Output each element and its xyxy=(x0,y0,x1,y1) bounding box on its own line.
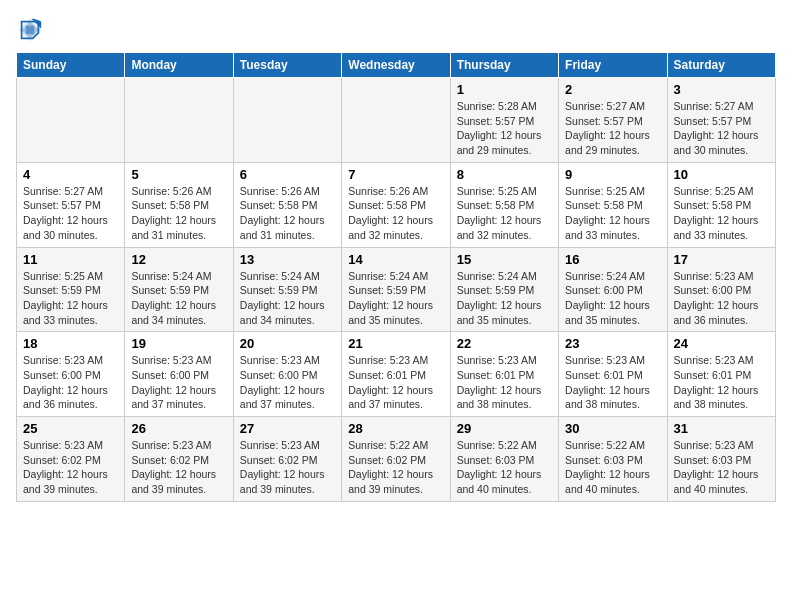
cell-text: Sunset: 5:57 PM xyxy=(565,114,660,129)
day-number: 1 xyxy=(457,82,552,97)
cell-text: and 39 minutes. xyxy=(348,482,443,497)
cell-text: and 40 minutes. xyxy=(674,482,769,497)
cell-text: Sunrise: 5:23 AM xyxy=(674,269,769,284)
cell-text: Sunset: 5:58 PM xyxy=(348,198,443,213)
cell-text: and 33 minutes. xyxy=(674,228,769,243)
cell-text: Daylight: 12 hours xyxy=(674,383,769,398)
cell-text: Sunset: 6:03 PM xyxy=(565,453,660,468)
cell-text: Daylight: 12 hours xyxy=(348,213,443,228)
calendar-cell: 7Sunrise: 5:26 AMSunset: 5:58 PMDaylight… xyxy=(342,162,450,247)
day-number: 13 xyxy=(240,252,335,267)
calendar-cell: 14Sunrise: 5:24 AMSunset: 5:59 PMDayligh… xyxy=(342,247,450,332)
day-number: 2 xyxy=(565,82,660,97)
cell-text: Daylight: 12 hours xyxy=(674,298,769,313)
cell-text: Sunset: 6:03 PM xyxy=(457,453,552,468)
cell-text: Sunset: 5:59 PM xyxy=(131,283,226,298)
calendar-cell: 17Sunrise: 5:23 AMSunset: 6:00 PMDayligh… xyxy=(667,247,775,332)
cell-text: and 39 minutes. xyxy=(240,482,335,497)
cell-text: Daylight: 12 hours xyxy=(457,128,552,143)
calendar-cell xyxy=(342,78,450,163)
calendar-cell xyxy=(17,78,125,163)
weekday-header-monday: Monday xyxy=(125,53,233,78)
cell-text: Sunrise: 5:22 AM xyxy=(565,438,660,453)
cell-text: Sunrise: 5:24 AM xyxy=(131,269,226,284)
cell-text: and 38 minutes. xyxy=(457,397,552,412)
day-number: 31 xyxy=(674,421,769,436)
cell-text: Daylight: 12 hours xyxy=(457,467,552,482)
cell-text: Daylight: 12 hours xyxy=(348,298,443,313)
cell-text: Sunset: 5:59 PM xyxy=(240,283,335,298)
cell-text: Sunset: 5:57 PM xyxy=(23,198,118,213)
calendar-cell xyxy=(233,78,341,163)
calendar-cell: 12Sunrise: 5:24 AMSunset: 5:59 PMDayligh… xyxy=(125,247,233,332)
cell-text: Daylight: 12 hours xyxy=(240,213,335,228)
cell-text: and 31 minutes. xyxy=(131,228,226,243)
weekday-header-saturday: Saturday xyxy=(667,53,775,78)
day-number: 7 xyxy=(348,167,443,182)
cell-text: and 33 minutes. xyxy=(565,228,660,243)
calendar-cell: 30Sunrise: 5:22 AMSunset: 6:03 PMDayligh… xyxy=(559,417,667,502)
day-number: 22 xyxy=(457,336,552,351)
calendar-cell: 27Sunrise: 5:23 AMSunset: 6:02 PMDayligh… xyxy=(233,417,341,502)
weekday-header-tuesday: Tuesday xyxy=(233,53,341,78)
cell-text: Daylight: 12 hours xyxy=(565,298,660,313)
calendar-cell: 2Sunrise: 5:27 AMSunset: 5:57 PMDaylight… xyxy=(559,78,667,163)
cell-text: Daylight: 12 hours xyxy=(23,298,118,313)
cell-text: Sunset: 6:00 PM xyxy=(23,368,118,383)
cell-text: Sunset: 5:59 PM xyxy=(457,283,552,298)
cell-text: and 39 minutes. xyxy=(23,482,118,497)
header xyxy=(16,16,776,44)
calendar-table: SundayMondayTuesdayWednesdayThursdayFrid… xyxy=(16,52,776,502)
calendar-cell: 25Sunrise: 5:23 AMSunset: 6:02 PMDayligh… xyxy=(17,417,125,502)
cell-text: Daylight: 12 hours xyxy=(131,467,226,482)
cell-text: Sunset: 5:57 PM xyxy=(674,114,769,129)
cell-text: Sunrise: 5:25 AM xyxy=(23,269,118,284)
cell-text: Sunrise: 5:26 AM xyxy=(131,184,226,199)
cell-text: Sunrise: 5:22 AM xyxy=(348,438,443,453)
cell-text: and 37 minutes. xyxy=(348,397,443,412)
cell-text: Sunrise: 5:27 AM xyxy=(23,184,118,199)
cell-text: Sunset: 5:58 PM xyxy=(674,198,769,213)
cell-text: Daylight: 12 hours xyxy=(240,298,335,313)
cell-text: Sunrise: 5:23 AM xyxy=(674,353,769,368)
cell-text: Sunrise: 5:23 AM xyxy=(348,353,443,368)
calendar-cell: 24Sunrise: 5:23 AMSunset: 6:01 PMDayligh… xyxy=(667,332,775,417)
day-number: 14 xyxy=(348,252,443,267)
cell-text: and 36 minutes. xyxy=(674,313,769,328)
cell-text: Sunrise: 5:26 AM xyxy=(240,184,335,199)
calendar-cell: 19Sunrise: 5:23 AMSunset: 6:00 PMDayligh… xyxy=(125,332,233,417)
cell-text: Sunrise: 5:25 AM xyxy=(565,184,660,199)
day-number: 15 xyxy=(457,252,552,267)
day-number: 12 xyxy=(131,252,226,267)
weekday-header-sunday: Sunday xyxy=(17,53,125,78)
cell-text: Sunset: 6:00 PM xyxy=(240,368,335,383)
cell-text: Sunrise: 5:24 AM xyxy=(240,269,335,284)
cell-text: and 32 minutes. xyxy=(348,228,443,243)
cell-text: Sunset: 6:01 PM xyxy=(674,368,769,383)
calendar-cell: 18Sunrise: 5:23 AMSunset: 6:00 PMDayligh… xyxy=(17,332,125,417)
cell-text: Daylight: 12 hours xyxy=(457,213,552,228)
cell-text: Daylight: 12 hours xyxy=(23,383,118,398)
cell-text: Daylight: 12 hours xyxy=(565,467,660,482)
cell-text: Sunset: 6:03 PM xyxy=(674,453,769,468)
calendar-cell: 28Sunrise: 5:22 AMSunset: 6:02 PMDayligh… xyxy=(342,417,450,502)
day-number: 28 xyxy=(348,421,443,436)
cell-text: Sunset: 6:00 PM xyxy=(565,283,660,298)
cell-text: Daylight: 12 hours xyxy=(348,383,443,398)
day-number: 23 xyxy=(565,336,660,351)
cell-text: Sunrise: 5:23 AM xyxy=(240,353,335,368)
day-number: 26 xyxy=(131,421,226,436)
cell-text: Sunset: 6:01 PM xyxy=(348,368,443,383)
day-number: 20 xyxy=(240,336,335,351)
cell-text: and 38 minutes. xyxy=(565,397,660,412)
weekday-header-friday: Friday xyxy=(559,53,667,78)
cell-text: Sunrise: 5:23 AM xyxy=(23,353,118,368)
cell-text: and 30 minutes. xyxy=(23,228,118,243)
cell-text: and 32 minutes. xyxy=(457,228,552,243)
calendar-body: 1Sunrise: 5:28 AMSunset: 5:57 PMDaylight… xyxy=(17,78,776,502)
weekday-header-wednesday: Wednesday xyxy=(342,53,450,78)
day-number: 3 xyxy=(674,82,769,97)
week-row-3: 11Sunrise: 5:25 AMSunset: 5:59 PMDayligh… xyxy=(17,247,776,332)
cell-text: Daylight: 12 hours xyxy=(565,383,660,398)
logo-icon xyxy=(16,16,44,44)
